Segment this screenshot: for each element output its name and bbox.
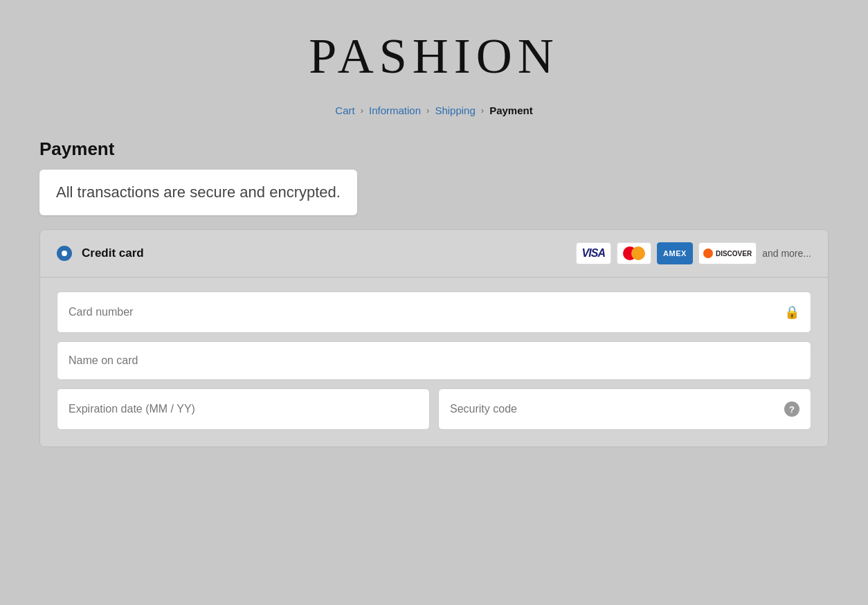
breadcrumb-payment: Payment — [489, 105, 533, 116]
visa-icon: VISA — [576, 242, 611, 264]
security-code-input[interactable] — [450, 403, 784, 415]
breadcrumb-information[interactable]: Information — [369, 105, 421, 116]
discover-icon: DISCOVER — [698, 242, 757, 264]
secure-banner: All transactions are secure and encrypte… — [39, 170, 357, 215]
and-more-text: and more... — [762, 248, 811, 259]
discover-dot — [703, 249, 713, 258]
lock-icon: 🔒 — [784, 305, 799, 320]
discover-label: DISCOVER — [716, 250, 752, 258]
breadcrumb-cart[interactable]: Cart — [335, 105, 354, 116]
mastercard-orange-circle — [631, 246, 645, 260]
breadcrumb-chevron: › — [426, 105, 429, 116]
name-on-card-field[interactable] — [57, 341, 811, 380]
page-container: Payment All transactions are secure and … — [39, 138, 829, 447]
mastercard-circles — [623, 246, 645, 260]
expiry-input[interactable] — [69, 403, 418, 415]
expiry-field[interactable] — [57, 388, 430, 430]
security-code-field[interactable]: ? — [438, 388, 811, 430]
breadcrumb-shipping[interactable]: Shipping — [435, 105, 475, 116]
card-number-field[interactable]: 🔒 — [57, 291, 811, 333]
breadcrumb: Cart › Information › Shipping › Payment — [335, 105, 532, 116]
breadcrumb-chevron: › — [481, 105, 484, 116]
payment-title: Payment — [39, 138, 829, 160]
site-logo: PASHION — [309, 28, 559, 85]
mastercard-icon — [617, 242, 651, 264]
radio-inner-dot — [62, 251, 67, 256]
amex-icon: AMEX — [657, 242, 693, 264]
card-number-input[interactable] — [69, 306, 784, 318]
breadcrumb-chevron: › — [361, 105, 363, 116]
secure-banner-text: All transactions are secure and encrypte… — [56, 183, 341, 201]
payment-card-container: Credit card VISA AMEX DISCOVER and more.… — [39, 229, 829, 447]
credit-card-header: Credit card VISA AMEX DISCOVER and more.… — [40, 230, 828, 278]
name-on-card-input[interactable] — [69, 354, 799, 367]
card-icons: VISA AMEX DISCOVER and more... — [576, 242, 811, 264]
credit-card-left: Credit card — [57, 246, 144, 261]
help-icon[interactable]: ? — [784, 401, 799, 417]
credit-card-label: Credit card — [82, 246, 144, 260]
bottom-row: ? — [57, 388, 811, 430]
card-form: 🔒 ? — [40, 278, 828, 446]
radio-selected[interactable] — [57, 246, 72, 261]
